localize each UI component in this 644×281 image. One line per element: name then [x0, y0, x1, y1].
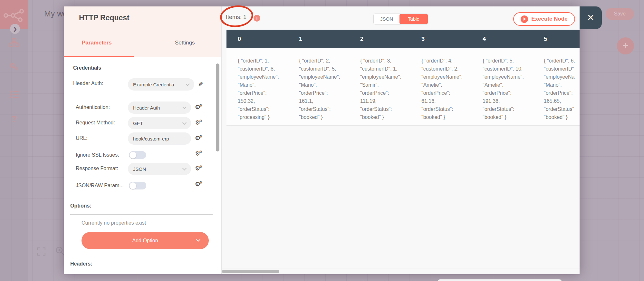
chevron-down-icon — [182, 105, 187, 109]
toggle-knob — [130, 182, 136, 189]
credential-select[interactable]: Example Credentia — [128, 78, 194, 91]
add-option-button[interactable]: Add Option — [82, 232, 209, 249]
chevron-down-icon — [182, 121, 187, 125]
ignore-ssl-toggle[interactable] — [129, 151, 146, 159]
response-format-select[interactable]: JSON — [128, 163, 191, 175]
url-input[interactable]: hook/custom-erp — [128, 132, 191, 145]
json-raw-toggle[interactable] — [129, 182, 146, 189]
add-node-button[interactable]: + — [617, 37, 634, 54]
table-horizontal-scrollbar[interactable] — [222, 270, 279, 273]
execute-node-button[interactable]: Execute Node — [513, 12, 575, 26]
field-label-ignore-ssl: Ignore SSL Issues: — [76, 152, 119, 158]
active-tab-underline — [64, 56, 134, 57]
chevron-right-icon: ❯ — [13, 26, 17, 32]
chevron-down-icon — [196, 237, 200, 242]
field-label-url: URL: — [76, 135, 87, 141]
field-label-authentication: Authentication: — [76, 104, 110, 110]
table-column-header: 0 — [226, 30, 288, 48]
plus-icon: + — [622, 40, 629, 51]
table-cell: { "orderID": 4,"customerID": 2,"employee… — [410, 48, 471, 121]
table-cell: { "orderID": 6,"customerID""employeeNa"M… — [533, 48, 580, 121]
options-section-label: Options: — [70, 203, 91, 209]
node-detail-modal: HTTP Request Parameters Settings Credent… — [64, 6, 580, 274]
close-modal-button[interactable]: ✕ — [580, 6, 602, 29]
field-label-request-method: Request Method: — [76, 120, 115, 126]
gear-icon[interactable]: ⚙⚙ — [195, 120, 200, 126]
table-column-header: 5 — [533, 30, 580, 48]
edit-credential-icon[interactable]: ✎ — [197, 82, 204, 87]
view-toggle-table[interactable]: Table — [399, 14, 428, 24]
gear-icon[interactable]: ⚙⚙ — [195, 165, 200, 171]
bottom-popup-edge — [437, 279, 562, 281]
view-toggle: JSON Table — [373, 14, 428, 24]
table-cell: { "orderID": 5,"customerID": 10,"employe… — [471, 48, 533, 121]
table-column-header: 2 — [349, 30, 410, 48]
close-icon: ✕ — [587, 13, 594, 23]
gear-icon[interactable]: ⚙⚙ — [195, 181, 200, 187]
tab-settings[interactable]: Settings — [175, 40, 195, 46]
view-toggle-json[interactable]: JSON — [374, 14, 399, 24]
divider — [70, 214, 213, 215]
play-icon — [521, 15, 528, 23]
field-label-json-raw: JSON/RAW Param... — [76, 183, 124, 189]
output-table-header: 012345 — [226, 30, 580, 48]
table-cell: { "orderID": 3,"customerID": 1,"employee… — [349, 48, 410, 121]
question-mark-icon: ? — [11, 113, 17, 124]
info-icon[interactable]: i — [254, 15, 260, 22]
request-method-select[interactable]: GET — [128, 117, 191, 129]
toggle-knob — [130, 152, 136, 159]
gear-icon[interactable]: ⚙⚙ — [195, 150, 200, 157]
table-cell: { "orderID": 1,"customerID": 8,"employee… — [226, 48, 288, 121]
sidebar-item-executions[interactable] — [0, 90, 28, 99]
headers-section-label: Headers: — [70, 261, 92, 267]
sidebar-item-credentials[interactable] — [0, 63, 28, 73]
node-graph-icon — [4, 10, 23, 21]
sidebar-item-help[interactable]: ? — [0, 113, 28, 124]
sidebar-item-workflows[interactable] — [0, 38, 28, 48]
authentication-select[interactable]: Header Auth — [128, 102, 191, 114]
credential-row-label: Header Auth: — [73, 81, 103, 86]
divider — [222, 268, 580, 268]
node-title: HTTP Request — [79, 14, 130, 22]
checklist-icon — [9, 90, 19, 98]
sidebar-collapse-button[interactable]: ❯ — [10, 24, 20, 34]
panel-scrollbar[interactable] — [216, 63, 219, 151]
table-column-header: 4 — [471, 30, 533, 48]
save-button[interactable]: Save — [606, 8, 634, 20]
credentials-section-label: Credentials — [73, 65, 101, 71]
options-empty-text: Currently no properties exist — [82, 220, 146, 226]
chevron-down-icon — [186, 82, 190, 86]
table-column-header: 1 — [288, 30, 349, 48]
sidebar: ❯ — [0, 0, 28, 281]
node-settings-panel: HTTP Request Parameters Settings Credent… — [64, 6, 221, 274]
sitemap-icon — [9, 38, 19, 47]
table-column-header: 3 — [410, 30, 471, 48]
fit-view-button[interactable] — [37, 247, 45, 257]
key-icon — [10, 63, 19, 72]
tab-parameters[interactable]: Parameters — [82, 40, 112, 46]
gear-icon[interactable]: ⚙⚙ — [195, 135, 200, 141]
fullscreen-icon — [37, 247, 45, 256]
table-cell: { "orderID": 2,"customerID": 5,"employee… — [288, 48, 349, 121]
gear-icon[interactable]: ⚙⚙ — [195, 104, 200, 110]
divider — [73, 96, 213, 96]
output-panel: Items: 1 i JSON Table Execute Node 01234… — [221, 6, 580, 274]
app-screen: My wo ❯ — [0, 0, 644, 281]
chevron-down-icon — [182, 166, 187, 170]
output-table-body: { "orderID": 1,"customerID": 8,"employee… — [226, 48, 580, 126]
field-label-response-format: Response Format: — [76, 166, 118, 171]
